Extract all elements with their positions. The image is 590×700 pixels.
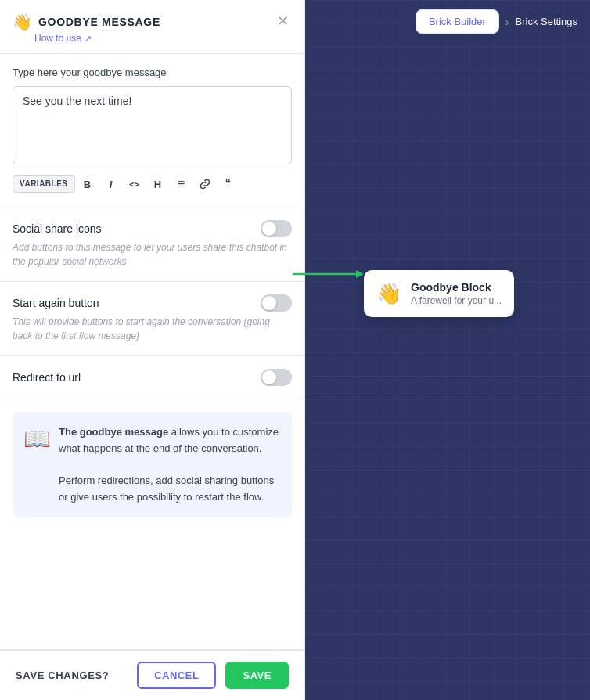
goodbye-block-card[interactable]: 👋 Goodbye Block A farewell for your u... bbox=[364, 270, 514, 317]
footer-label: SAVE CHANGES? bbox=[16, 669, 128, 681]
redirect-row: Redirect to url bbox=[13, 369, 292, 386]
right-panel: Brick Builder › Brick Settings 👋 Goodbye… bbox=[305, 0, 590, 700]
social-share-desc: Add buttons to this message to let your … bbox=[13, 240, 292, 269]
message-toolbar: VARIABLES B I <> H ≡ “ bbox=[13, 174, 292, 194]
heading-icon[interactable]: H bbox=[147, 174, 169, 194]
start-again-section: Start again button This will provide but… bbox=[0, 282, 304, 356]
right-canvas: 👋 Goodbye Block A farewell for your u... bbox=[305, 43, 590, 700]
info-box-icon: 📖 bbox=[23, 426, 51, 452]
message-section: Type here your goodbye message VARIABLES… bbox=[0, 54, 304, 207]
header-left: 👋 GOODBYE MESSAGE How to use ↗ bbox=[13, 13, 160, 44]
info-box-text: The goodbye message allows you to custom… bbox=[59, 424, 281, 506]
info-box: 📖 The goodbye message allows you to cust… bbox=[13, 412, 292, 517]
code-icon[interactable]: <> bbox=[124, 174, 146, 194]
italic-icon[interactable]: I bbox=[100, 174, 122, 194]
header-emoji: 👋 bbox=[13, 13, 32, 31]
brick-settings-label: Brick Settings bbox=[516, 16, 577, 27]
start-again-row: Start again button bbox=[13, 294, 292, 312]
social-share-title: Social share icons bbox=[13, 222, 102, 235]
message-section-label: Type here your goodbye message bbox=[13, 67, 292, 78]
card-text: Goodbye Block A farewell for your u... bbox=[411, 281, 502, 306]
panel-title: GOODBYE MESSAGE bbox=[38, 16, 160, 28]
svg-marker-0 bbox=[356, 270, 364, 278]
title-row: 👋 GOODBYE MESSAGE bbox=[13, 13, 160, 31]
cancel-button[interactable]: CANCEL bbox=[137, 662, 216, 689]
brick-builder-button[interactable]: Brick Builder bbox=[416, 9, 499, 34]
info-box-text-part3: Perform redirections, add social sharing… bbox=[59, 474, 274, 503]
start-again-toggle[interactable] bbox=[261, 294, 292, 312]
breadcrumb-separator: › bbox=[505, 16, 509, 28]
quote-icon[interactable]: “ bbox=[218, 174, 239, 194]
panel-footer: SAVE CHANGES? CANCEL SAVE bbox=[0, 649, 304, 700]
redirect-section: Redirect to url bbox=[0, 356, 304, 399]
left-panel: 👋 GOODBYE MESSAGE How to use ↗ ✕ Type he… bbox=[0, 0, 305, 700]
subtitle-row: How to use ↗ bbox=[34, 33, 160, 44]
card-subtitle: A farewell for your u... bbox=[411, 295, 502, 306]
bold-icon[interactable]: B bbox=[77, 174, 99, 194]
message-textarea[interactable] bbox=[13, 86, 292, 164]
close-button[interactable]: ✕ bbox=[274, 13, 292, 30]
panel-content: Type here your goodbye message VARIABLES… bbox=[0, 54, 304, 649]
card-title: Goodbye Block bbox=[411, 281, 502, 294]
start-again-desc: This will provide buttons to start again… bbox=[13, 315, 292, 343]
redirect-title: Redirect to url bbox=[13, 371, 81, 384]
variables-button[interactable]: VARIABLES bbox=[13, 175, 75, 193]
info-box-bold: The goodbye message bbox=[59, 426, 168, 438]
external-link-icon: ↗ bbox=[85, 34, 92, 44]
right-header: Brick Builder › Brick Settings bbox=[305, 0, 590, 43]
link-icon[interactable] bbox=[194, 174, 216, 194]
social-share-section: Social share icons Add buttons to this m… bbox=[0, 207, 304, 282]
social-share-toggle[interactable] bbox=[261, 220, 292, 237]
card-emoji: 👋 bbox=[376, 282, 401, 306]
panel-header: 👋 GOODBYE MESSAGE How to use ↗ ✕ bbox=[0, 0, 304, 54]
how-to-use-link[interactable]: How to use bbox=[34, 33, 81, 44]
start-again-title: Start again button bbox=[13, 297, 99, 309]
save-button[interactable]: SAVE bbox=[225, 662, 289, 689]
redirect-toggle[interactable] bbox=[261, 369, 292, 386]
list-icon[interactable]: ≡ bbox=[171, 174, 192, 194]
social-share-row: Social share icons bbox=[13, 220, 292, 237]
